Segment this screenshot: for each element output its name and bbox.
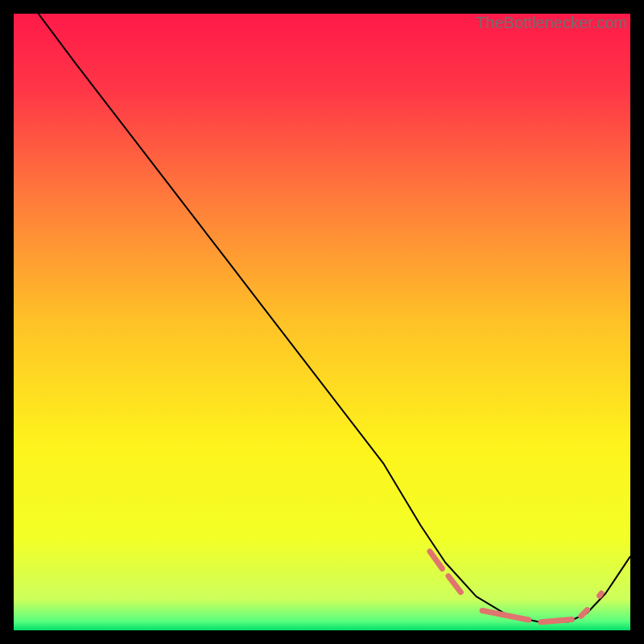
bottleneck-chart [14, 14, 630, 630]
chart-frame: TheBottlenecker.com [14, 14, 630, 630]
highlight-segment [541, 620, 572, 622]
watermark-text: TheBottlenecker.com [476, 14, 627, 32]
highlight-segment [600, 593, 601, 596]
chart-background [14, 14, 630, 630]
